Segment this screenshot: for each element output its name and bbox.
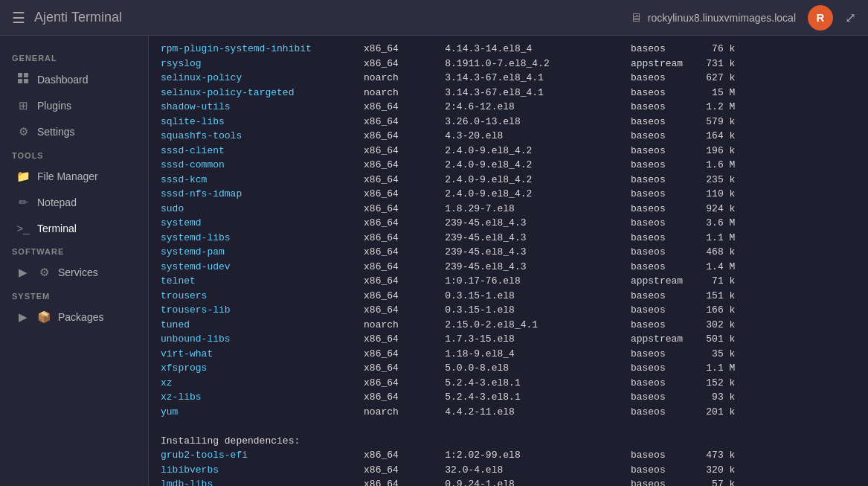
sidebar-item-notepad[interactable]: ✏ Notepad bbox=[4, 190, 144, 215]
sidebar: GENERAL Dashboard ⊞ Plugins ⚙ Settings T… bbox=[0, 36, 149, 486]
system-section-label: SYSTEM bbox=[0, 286, 148, 304]
settings-label: Settings bbox=[37, 126, 75, 138]
file-manager-icon: 📁 bbox=[16, 170, 30, 183]
packages-box-icon: 📦 bbox=[37, 310, 51, 324]
expand-icon[interactable]: ⤢ bbox=[845, 10, 856, 26]
hamburger-icon[interactable]: ☰ bbox=[12, 9, 25, 27]
sidebar-item-settings[interactable]: ⚙ Settings bbox=[4, 119, 144, 144]
services-label: Services bbox=[58, 266, 98, 278]
avatar[interactable]: R bbox=[808, 5, 833, 31]
tools-section-label: TOOLS bbox=[0, 145, 148, 163]
brand-main: Ajenti bbox=[34, 10, 68, 25]
sidebar-item-terminal[interactable]: >_ Terminal bbox=[4, 216, 144, 240]
server-name: rockylinux8.linuxvmimages.local bbox=[648, 12, 796, 24]
dashboard-icon bbox=[16, 72, 30, 86]
terminal-label: Terminal bbox=[37, 223, 77, 234]
sidebar-item-file-manager[interactable]: 📁 File Manager bbox=[4, 164, 144, 189]
sidebar-item-dashboard[interactable]: Dashboard bbox=[4, 66, 144, 92]
plugins-icon: ⊞ bbox=[16, 99, 30, 112]
plugins-label: Plugins bbox=[37, 100, 71, 112]
topbar: ☰ Ajenti Terminal 🖥 rockylinux8.linuxvmi… bbox=[0, 0, 868, 36]
svg-rect-1 bbox=[24, 73, 28, 77]
file-manager-label: File Manager bbox=[37, 170, 98, 182]
packages-chevron-icon: ▶ bbox=[16, 310, 30, 324]
server-label: 🖥 rockylinux8.linuxvmimages.local bbox=[630, 11, 796, 25]
svg-rect-3 bbox=[24, 79, 28, 83]
brand-sub: Terminal bbox=[71, 10, 122, 25]
topbar-left: ☰ Ajenti Terminal bbox=[12, 9, 122, 27]
server-icon: 🖥 bbox=[630, 11, 642, 25]
svg-rect-0 bbox=[18, 73, 22, 77]
sidebar-item-packages[interactable]: ▶ 📦 Packages bbox=[4, 304, 144, 330]
software-section-label: SOFTWARE bbox=[0, 241, 148, 259]
sidebar-item-services[interactable]: ▶ ⚙ Services bbox=[4, 260, 144, 285]
general-section-label: GENERAL bbox=[0, 48, 148, 65]
topbar-right: 🖥 rockylinux8.linuxvmimages.local R ⤢ bbox=[630, 5, 856, 31]
notepad-icon: ✏ bbox=[16, 196, 30, 209]
notepad-label: Notepad bbox=[37, 196, 77, 208]
services-chevron-icon: ▶ bbox=[16, 266, 30, 279]
services-gear-icon: ⚙ bbox=[37, 266, 51, 279]
settings-icon: ⚙ bbox=[16, 125, 30, 138]
terminal-icon: >_ bbox=[16, 222, 30, 234]
svg-rect-2 bbox=[18, 79, 22, 83]
sidebar-item-plugins[interactable]: ⊞ Plugins bbox=[4, 93, 144, 118]
brand: Ajenti Terminal bbox=[34, 10, 122, 25]
main-content: GENERAL Dashboard ⊞ Plugins ⚙ Settings T… bbox=[0, 36, 868, 486]
terminal-output: rpm-plugin-systemd-inhibit x86_64 4.14.3… bbox=[149, 36, 868, 486]
packages-label: Packages bbox=[58, 311, 103, 323]
terminal-area[interactable]: rpm-plugin-systemd-inhibit x86_64 4.14.3… bbox=[149, 36, 868, 486]
dashboard-label: Dashboard bbox=[37, 74, 89, 86]
